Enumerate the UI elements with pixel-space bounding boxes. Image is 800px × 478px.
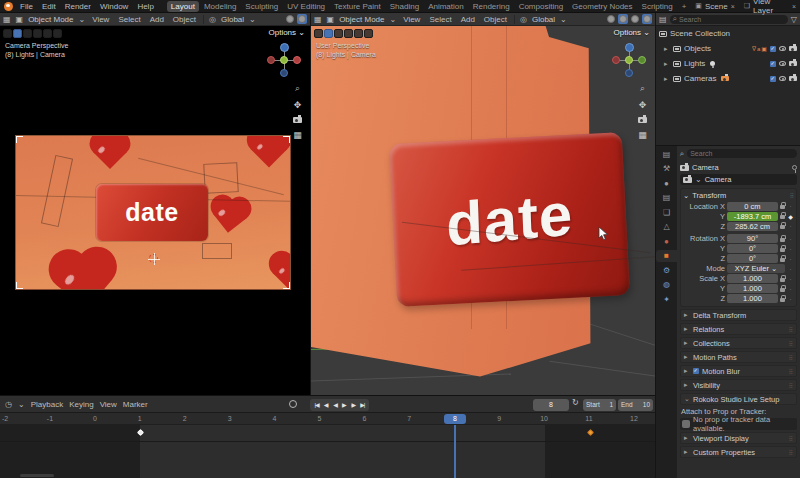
view-menu[interactable]: View [90,15,111,24]
perspective-toggle-icon[interactable]: ▦ [638,130,647,140]
animate-dot-icon[interactable]: · [787,203,794,209]
wireframe-object[interactable] [41,155,73,227]
section-visibility[interactable]: ▸ Visibility ⠿ [680,379,797,391]
select-menu[interactable]: Select [427,15,453,24]
heart-object[interactable] [213,199,247,233]
blender-logo-icon[interactable] [4,2,13,11]
mode-dropdown[interactable]: Object Mode [28,15,73,24]
marker-menu[interactable]: Marker [123,400,148,409]
scene-selector[interactable]: ▣ Scene × [695,2,734,11]
expand-icon[interactable]: ▸ [664,75,670,83]
tab-constraints[interactable]: ✦ [658,293,676,305]
orientation-dropdown[interactable]: Global [221,15,244,24]
shading-wireframe-button[interactable] [606,14,616,24]
outliner-row-cameras[interactable]: ▸ Cameras [656,71,800,86]
date-card-object[interactable]: date [96,184,208,241]
tool-select-box-button[interactable] [13,29,22,38]
render-visibility-icon[interactable] [789,61,797,66]
axis-z-icon[interactable] [280,43,289,52]
shading-wireframe-button[interactable] [285,14,295,24]
object-menu[interactable]: Object [482,15,509,24]
camera-view-icon[interactable] [638,117,647,123]
lock-icon[interactable] [780,278,785,282]
tab-render[interactable]: ● [658,177,676,189]
previous-keyframe-button[interactable]: ◀· [321,401,331,408]
view-layer-unlink-icon[interactable]: × [792,3,796,10]
section-motion-paths[interactable]: ▸ Motion Paths ⠿ [680,351,797,363]
axis-y-icon[interactable] [638,56,646,64]
drag-dots-icon[interactable]: ⠿ [790,192,794,199]
lock-icon[interactable] [780,288,785,292]
heart-object[interactable] [56,254,112,290]
rotation-z-field[interactable]: 0° [727,254,778,263]
tab-tool[interactable]: ⚒ [658,163,676,175]
tool-move-button[interactable] [344,29,353,38]
axis-z-icon[interactable] [625,43,634,52]
jump-to-start-button[interactable]: |◀ [312,401,321,408]
keyframe-diamond[interactable] [587,429,594,436]
loop-playback-icon[interactable]: ↻ [572,398,579,407]
expand-icon[interactable]: ▸ [664,60,670,68]
tool-tweak-button[interactable] [3,29,12,38]
visibility-eye-icon[interactable] [779,46,786,51]
animate-dot-icon[interactable]: · [787,276,794,282]
outliner-row-lights[interactable]: ▸ Lights [656,56,800,71]
viewport-camera[interactable]: ▦ ▣ Object Mode ⌄ View Select Add Object… [0,13,310,395]
frame-start-field[interactable]: Start 1 [583,399,616,411]
menu-file[interactable]: File [18,2,35,11]
keying-menu[interactable]: Keying [69,400,93,409]
timeline-ruler[interactable]: -2 -1 0 1 2 3 4 5 6 7 8 9 10 11 12 8 [0,413,655,425]
scene-unlink-icon[interactable]: × [731,3,735,10]
lock-icon[interactable] [780,258,785,262]
section-collections[interactable]: ▸ Collections ⠿ [680,337,797,349]
heart-object[interactable] [251,135,288,167]
timeline-track-area[interactable] [0,425,655,478]
frame-end-field[interactable]: End 10 [618,399,653,411]
tab-world[interactable]: ● [658,235,676,247]
proportional-edit-icon[interactable]: ◎ [209,15,216,24]
camera-frame[interactable]: date [15,135,291,290]
checkbox-icon[interactable] [770,46,776,52]
outliner-row-objects[interactable]: ▸ Objects ∇ a ▣ [656,41,800,56]
axis-x-icon[interactable] [612,56,620,64]
menu-render[interactable]: Render [63,2,93,11]
next-keyframe-button[interactable]: ·▶ [348,401,358,408]
object-name-field[interactable]: Camera [705,175,732,184]
menu-help[interactable]: Help [135,2,155,11]
checkbox-icon[interactable] [770,61,776,67]
view-layer-selector[interactable]: ❏ View Layer × [744,0,796,15]
auto-keying-record-button[interactable] [289,400,297,408]
play-reverse-button[interactable]: ◀ [331,401,340,408]
tool-scale-button[interactable] [53,29,62,38]
orientation-dropdown[interactable]: Global [532,15,555,24]
view-menu[interactable]: View [401,15,422,24]
tool-select-box-button[interactable] [324,29,333,38]
navigation-gizmo[interactable] [612,43,646,77]
axis-z-neg-icon[interactable] [280,69,288,77]
shading-material-button[interactable] [630,14,640,24]
pin-icon[interactable] [792,165,797,170]
visibility-eye-icon[interactable] [779,76,786,81]
outliner-search[interactable]: ⌕ [670,15,788,24]
object-menu[interactable]: Object [171,15,198,24]
camera-view-icon[interactable] [293,117,302,123]
tab-view-layer[interactable]: ❏ [658,206,676,218]
workspace-tab-shading[interactable]: Shading [386,1,423,12]
current-frame-field[interactable]: 8 [533,399,569,411]
jump-to-end-button[interactable]: ▶| [358,401,367,408]
animate-dot-icon[interactable]: · [787,266,794,272]
outliner-search-input[interactable] [679,16,785,23]
breadcrumb-object-name[interactable]: Camera [692,163,719,172]
section-delta-transform[interactable]: ▸ Delta Transform [680,309,797,321]
tool-cursor-button[interactable] [334,29,343,38]
axis-y-icon[interactable] [293,56,301,64]
tab-physics[interactable]: ◍ [658,279,676,291]
menu-edit[interactable]: Edit [40,2,58,11]
axis-z-neg-icon[interactable] [625,69,633,77]
motion-blur-checkbox[interactable] [693,368,699,374]
section-custom-properties[interactable]: ▸ Custom Properties ⠿ [680,446,797,458]
tab-object[interactable]: ■ [656,250,677,262]
tab-modifiers[interactable]: ⚙ [658,264,676,276]
outliner-row-scene-collection[interactable]: Scene Collection [656,26,800,41]
scale-x-field[interactable]: 1.000 [727,274,778,283]
